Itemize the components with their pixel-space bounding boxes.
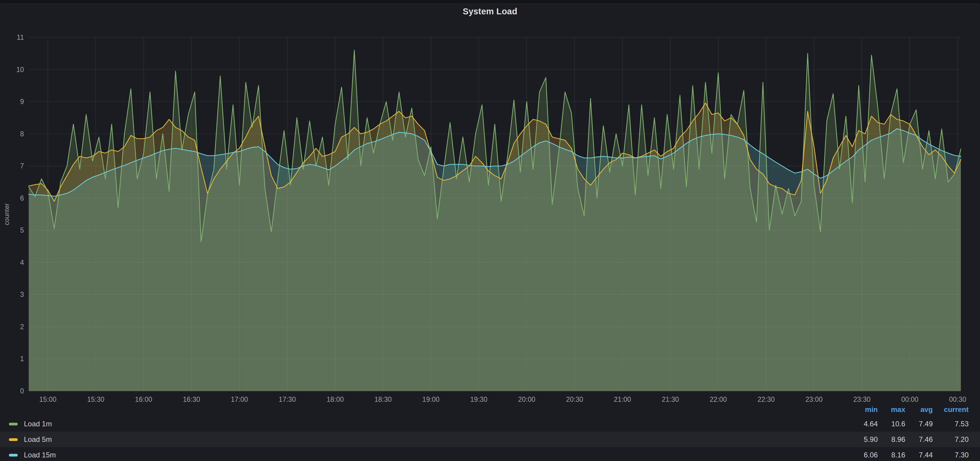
legend: minmaxavgcurrentLoad 1m4.6410.67.497.53L… [0,403,980,461]
svg-text:21:30: 21:30 [662,396,679,403]
legend-row-load-15m[interactable]: Load 15m6.068.167.447.30 [0,447,980,461]
grafana-page: { "page": { "title": "System Load" }, "c… [0,0,980,461]
svg-text:19:00: 19:00 [422,396,440,403]
svg-text:18:00: 18:00 [326,396,344,403]
svg-text:20:00: 20:00 [518,396,535,403]
series-fill-load-15m [29,129,961,391]
y-axis-title: counter [3,203,11,225]
legend-max-value: 8.16 [878,451,905,459]
legend-current-value: 7.30 [933,451,980,459]
legend-header-min[interactable]: min [850,405,878,414]
svg-text:19:30: 19:30 [470,396,488,403]
legend-row-load-1m[interactable]: Load 1m4.6410.67.497.53 [0,416,980,432]
svg-text:7: 7 [20,162,24,170]
legend-header-row: minmaxavgcurrent [0,403,980,416]
legend-max-value: 8.96 [878,435,905,444]
legend-swatch-icon[interactable] [9,438,18,441]
svg-text:15:00: 15:00 [39,396,57,403]
svg-text:9: 9 [20,98,24,105]
svg-text:17:30: 17:30 [278,396,296,403]
legend-swatch-icon[interactable] [9,454,18,456]
svg-text:23:00: 23:00 [805,396,823,403]
svg-text:16:30: 16:30 [183,396,200,403]
svg-text:8: 8 [20,130,24,138]
svg-text:17:00: 17:00 [231,396,248,403]
legend-avg-value: 7.49 [905,420,933,428]
legend-header-current[interactable]: current [933,405,980,414]
svg-text:11: 11 [17,33,24,41]
svg-text:00:00: 00:00 [901,396,918,403]
legend-series-name[interactable]: Load 5m [24,435,52,444]
legend-series-name[interactable]: Load 15m [24,451,56,459]
legend-min-value: 4.64 [850,420,878,428]
svg-text:18:30: 18:30 [375,396,392,403]
svg-text:23:30: 23:30 [853,396,870,403]
svg-text:3: 3 [20,291,24,298]
svg-text:20:30: 20:30 [566,396,583,403]
svg-text:10: 10 [16,66,24,73]
svg-text:6: 6 [20,194,24,202]
svg-text:21:00: 21:00 [614,396,631,403]
svg-text:1: 1 [20,355,24,362]
svg-text:00:30: 00:30 [949,396,967,403]
legend-avg-value: 7.44 [905,451,933,459]
legend-max-value: 10.6 [878,420,905,428]
svg-text:22:00: 22:00 [710,396,727,403]
svg-text:2: 2 [20,323,24,331]
legend-avg-value: 7.46 [905,435,933,444]
legend-swatch-icon[interactable] [9,423,18,425]
legend-label-cell: Load 1m [9,420,850,428]
svg-text:4: 4 [20,259,24,266]
legend-series-name[interactable]: Load 1m [24,420,52,428]
chart-plot-area[interactable]: 0123456789101115:0015:3016:0016:3017:001… [0,4,980,461]
legend-current-value: 7.53 [933,420,980,428]
svg-text:15:30: 15:30 [87,396,104,403]
svg-text:22:30: 22:30 [757,396,775,403]
legend-current-value: 7.20 [933,435,980,444]
legend-header-avg[interactable]: avg [905,405,933,414]
svg-text:16:00: 16:00 [135,396,153,403]
svg-text:5: 5 [20,226,24,234]
y-axis-labels: 01234567891011 [16,33,24,395]
legend-label-cell: Load 15m [9,451,850,459]
legend-label-cell: Load 5m [9,435,850,444]
legend-min-value: 5.90 [850,435,878,444]
graph-panel: System Load 0123456789101115:0015:3016:0… [0,3,980,461]
svg-text:0: 0 [20,387,24,395]
legend-min-value: 6.06 [850,451,878,459]
legend-row-load-5m[interactable]: Load 5m5.908.967.467.20 [0,432,980,447]
x-axis-labels: 15:0015:3016:0016:3017:0017:3018:0018:30… [39,396,966,403]
legend-header-max[interactable]: max [878,405,905,414]
